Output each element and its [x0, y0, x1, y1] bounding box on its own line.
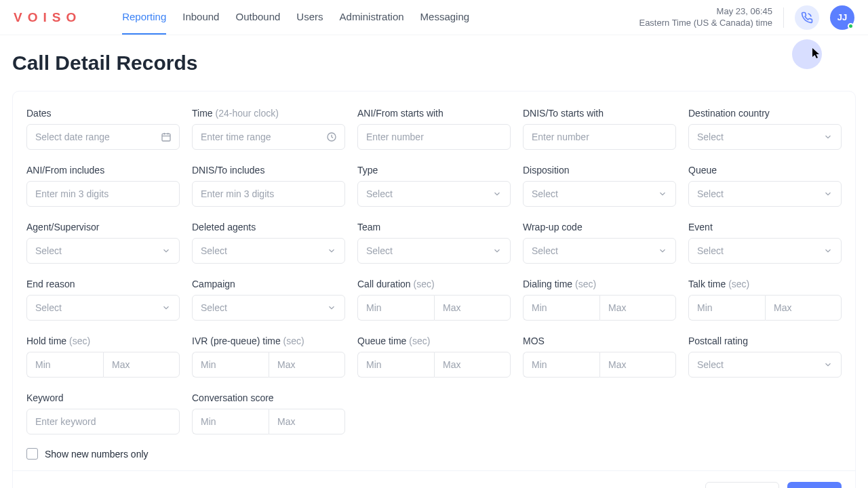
- filter-ani-starts: ANI/From starts with: [357, 108, 511, 150]
- chevron-down-icon: [492, 246, 502, 256]
- nav-messaging[interactable]: Messaging: [420, 0, 470, 35]
- datetime-display: May 23, 06:45 Eastern Time (US & Canada)…: [639, 6, 772, 29]
- ani-includes-input[interactable]: [26, 181, 180, 207]
- call-duration-max[interactable]: [434, 295, 511, 321]
- hold-time-min[interactable]: [26, 352, 103, 378]
- queue-select[interactable]: Select: [688, 181, 842, 207]
- filter-postcall: Postcall rating Select: [688, 336, 842, 378]
- queue-time-min[interactable]: [357, 352, 434, 378]
- filter-hold-time: Hold time (sec): [26, 336, 180, 378]
- logo: VOISO: [14, 10, 81, 25]
- filter-keyword: Keyword: [26, 392, 180, 434]
- talk-time-max[interactable]: [765, 295, 842, 321]
- page: Call Detail Records Dates Time (24-hour …: [0, 35, 868, 488]
- filter-ani-includes: ANI/From includes: [26, 165, 180, 207]
- nav-outbound[interactable]: Outbound: [235, 0, 280, 35]
- filter-time: Time (24-hour clock): [192, 108, 345, 150]
- filter-wrap-up: Wrap-up code Select: [523, 222, 676, 264]
- end-reason-select[interactable]: Select: [26, 295, 180, 321]
- disposition-select[interactable]: Select: [523, 181, 676, 207]
- chevron-down-icon: [161, 246, 171, 256]
- chevron-down-icon: [161, 303, 171, 312]
- chevron-down-icon: [658, 189, 667, 199]
- clear-filters-button[interactable]: Clear filters: [705, 482, 779, 488]
- conv-score-max[interactable]: [269, 409, 345, 434]
- filter-deleted-agents: Deleted agents Select: [192, 222, 345, 264]
- dialing-time-min[interactable]: [523, 295, 599, 321]
- page-title: Call Detail Records: [12, 52, 856, 75]
- postcall-select[interactable]: Select: [688, 352, 842, 378]
- phone-icon[interactable]: [795, 5, 819, 30]
- agent-select[interactable]: Select: [26, 238, 180, 264]
- label-dnis-includes: DNIS/To includes: [192, 165, 345, 176]
- label-ani-includes: ANI/From includes: [26, 165, 180, 176]
- time-input[interactable]: [192, 124, 345, 150]
- chevron-down-icon: [492, 189, 502, 199]
- filter-dnis-starts: DNIS/To starts with: [523, 108, 676, 150]
- dest-country-select[interactable]: Select: [688, 124, 842, 150]
- talk-time-min[interactable]: [688, 295, 765, 321]
- queue-time-max[interactable]: [434, 352, 511, 378]
- label-dates: Dates: [26, 108, 180, 119]
- label-agent: Agent/Supervisor: [26, 222, 180, 232]
- chevron-down-icon: [823, 189, 833, 199]
- mos-min[interactable]: [523, 352, 599, 378]
- filter-dnis-includes: DNIS/To includes: [192, 165, 345, 207]
- chevron-down-icon: [327, 303, 336, 312]
- filters-card: Dates Time (24-hour clock) ANI/From star…: [12, 91, 856, 488]
- label-hold-time: Hold time (sec): [26, 336, 180, 346]
- dnis-starts-input[interactable]: [523, 124, 676, 150]
- user-avatar[interactable]: JJ: [830, 5, 854, 30]
- deleted-agents-select[interactable]: Select: [192, 238, 345, 264]
- label-deleted-agents: Deleted agents: [192, 222, 345, 232]
- filter-event: Event Select: [688, 222, 842, 264]
- label-type: Type: [357, 165, 511, 176]
- hold-time-max[interactable]: [103, 352, 180, 378]
- date-time: May 23, 06:45: [639, 6, 772, 18]
- dates-input[interactable]: [26, 124, 180, 150]
- label-queue-time: Queue time (sec): [357, 336, 511, 346]
- chevron-down-icon: [823, 132, 833, 142]
- nav-inbound[interactable]: Inbound: [182, 0, 219, 35]
- filter-type: Type Select: [357, 165, 511, 207]
- dnis-includes-input[interactable]: [192, 181, 345, 207]
- nav-administration[interactable]: Administration: [340, 0, 404, 35]
- chevron-down-icon: [823, 246, 833, 256]
- calendar-icon: [161, 131, 172, 142]
- nav-users[interactable]: Users: [296, 0, 323, 35]
- filter-conv-score: Conversation score: [192, 392, 345, 434]
- label-wrap-up: Wrap-up code: [523, 222, 676, 232]
- filter-disposition: Disposition Select: [523, 165, 676, 207]
- chevron-down-icon: [327, 246, 336, 256]
- checkbox-label: Show new numbers only: [45, 449, 149, 460]
- ivr-time-min[interactable]: [192, 352, 269, 378]
- call-duration-min[interactable]: [357, 295, 434, 321]
- label-dest-country: Destination country: [688, 108, 842, 119]
- ivr-time-max[interactable]: [269, 352, 345, 378]
- filter-team: Team Select: [357, 222, 511, 264]
- keyword-input[interactable]: [26, 409, 180, 434]
- event-select[interactable]: Select: [688, 238, 842, 264]
- campaign-select[interactable]: Select: [192, 295, 345, 321]
- dialing-time-max[interactable]: [599, 295, 676, 321]
- clock-icon: [326, 131, 337, 142]
- label-postcall: Postcall rating: [688, 336, 842, 346]
- chevron-down-icon: [658, 246, 667, 256]
- nav-reporting[interactable]: Reporting: [122, 0, 166, 35]
- mos-max[interactable]: [599, 352, 676, 378]
- label-ani-starts: ANI/From starts with: [357, 108, 511, 119]
- show-new-numbers-row[interactable]: Show new numbers only: [26, 448, 842, 460]
- ani-starts-input[interactable]: [357, 124, 511, 150]
- actions-bar: Clear filters Search: [13, 470, 855, 488]
- team-select[interactable]: Select: [357, 238, 511, 264]
- checkbox-icon[interactable]: [26, 448, 38, 460]
- wrap-up-select[interactable]: Select: [523, 238, 676, 264]
- type-select[interactable]: Select: [357, 181, 511, 207]
- search-button[interactable]: Search: [787, 482, 842, 488]
- label-call-duration: Call duration (sec): [357, 279, 511, 289]
- label-dnis-starts: DNIS/To starts with: [523, 108, 676, 119]
- filter-queue-time: Queue time (sec): [357, 336, 511, 378]
- label-event: Event: [688, 222, 842, 232]
- conv-score-min[interactable]: [192, 409, 269, 434]
- app-header: VOISO Reporting Inbound Outbound Users A…: [0, 0, 868, 35]
